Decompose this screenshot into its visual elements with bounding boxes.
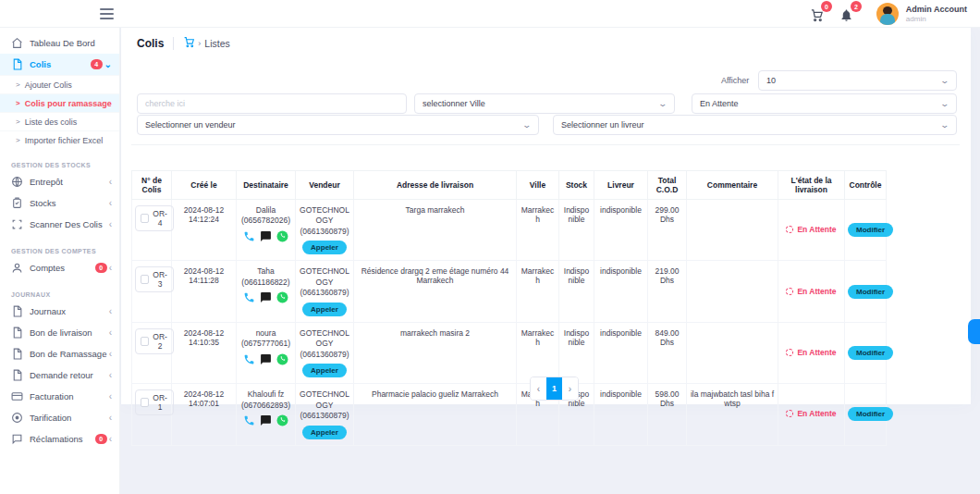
sidebar-item-stocks[interactable]: Stocks ‹: [0, 192, 119, 214]
sidebar-item-journaux[interactable]: Journaux ‹: [0, 301, 119, 322]
etat-value: En Attente: [700, 99, 739, 108]
dest-phone: (0656782026): [239, 216, 292, 226]
call-button[interactable]: Appeler: [302, 303, 347, 316]
call-button[interactable]: Appeler: [302, 426, 347, 439]
floating-action-button[interactable]: [968, 319, 980, 344]
status-badge: En Attente: [797, 409, 836, 418]
sms-icon[interactable]: [260, 414, 272, 426]
breadcrumb: Colis › Listes: [121, 28, 230, 59]
stock-cell: Indisponible: [559, 261, 594, 322]
modify-button[interactable]: Modifier: [848, 346, 893, 360]
row-checkbox[interactable]: [141, 275, 149, 284]
modify-button[interactable]: Modifier: [848, 223, 893, 237]
sidebar-item-facturation[interactable]: Facturation ‹: [0, 386, 119, 407]
whatsapp-icon[interactable]: [276, 414, 288, 426]
package-icon: [11, 58, 23, 70]
whatsapp-icon[interactable]: [276, 353, 288, 365]
avatar[interactable]: [876, 3, 899, 25]
whatsapp-icon[interactable]: [276, 230, 288, 242]
sidebar-item-bon-livraison[interactable]: Bon de livraison ‹: [0, 322, 119, 343]
livreur-cell: indisponible: [594, 322, 648, 383]
sidebar-item-entrepot[interactable]: Entrepôt ‹: [0, 171, 119, 192]
etat-select[interactable]: En Attente ⌄: [692, 93, 957, 114]
chat-icon: [11, 433, 23, 445]
user-meta[interactable]: Admin Account admin: [906, 5, 967, 23]
call-button[interactable]: Appeler: [302, 241, 347, 254]
dest-name: Dalila: [239, 205, 292, 216]
sidebar-item-label: Bon de Ramassage: [30, 349, 107, 359]
ville-select[interactable]: selectionner Ville ⌄: [414, 93, 675, 114]
colis-id-chip: OR-2: [135, 328, 174, 354]
sms-icon[interactable]: [260, 230, 272, 242]
bell-icon: [839, 8, 853, 22]
stock-cell: Indisponible: [559, 200, 594, 261]
sidebar-item-colis[interactable]: Colis 4 ⌄: [0, 54, 119, 75]
livreur-cell: indisponible: [594, 261, 648, 322]
destinataire-cell: noura (0675777061): [237, 322, 296, 383]
chevron-down-icon: ⌄: [940, 99, 950, 108]
sidebar-item-tarification[interactable]: Tarification ‹: [0, 407, 119, 428]
colis-table: N° de Colis Créé le Destinataire Vendeur…: [131, 170, 887, 446]
chevron-left-icon: ‹: [109, 370, 112, 380]
chevron-left-icon: ‹: [109, 263, 112, 273]
pagination-next-button[interactable]: ›: [562, 377, 578, 400]
livreur-select[interactable]: Selectionner un livreur ⌄: [553, 115, 957, 135]
col-header-vendeur: Vendeur: [296, 171, 354, 200]
vendor-name: GOTECHNOLOGY: [299, 389, 350, 411]
livreur-cell: indisponible: [594, 384, 648, 445]
spinner-icon: [786, 226, 793, 233]
file-icon: [11, 327, 23, 339]
comment-cell: [687, 261, 778, 322]
colis-id-chip: OR-4: [135, 205, 174, 231]
row-checkbox[interactable]: [141, 337, 149, 346]
row-checkbox[interactable]: [141, 398, 149, 407]
sidebar-item-label: Colis: [30, 59, 87, 69]
destinataire-cell: Khaloufi fz (0670662893): [237, 384, 296, 445]
file-icon: [11, 348, 23, 360]
sidebar-item-dashboard[interactable]: Tableau De Bord: [0, 32, 119, 54]
phone-icon[interactable]: [243, 414, 255, 426]
search-field[interactable]: [137, 93, 407, 114]
phone-icon[interactable]: [243, 230, 255, 242]
sidebar-item-bon-ramassage[interactable]: Bon de Ramassage ‹: [0, 343, 119, 364]
sidebar-item-ajouter-colis[interactable]: > Ajouter Colis: [0, 75, 119, 93]
sidebar-section-stocks: GESTION DES STOCKS: [0, 149, 119, 171]
spinner-icon: [786, 410, 793, 417]
row-checkbox[interactable]: [141, 214, 149, 223]
chevron-down-icon: ⌄: [940, 120, 950, 130]
phone-icon[interactable]: [243, 291, 255, 303]
vendeur-select[interactable]: Selectionner un vendeur ⌄: [137, 115, 539, 135]
col-header-commentaire: Commentaire: [687, 171, 778, 200]
sms-icon[interactable]: [260, 353, 272, 365]
sidebar-item-comptes[interactable]: Comptes 0 ‹: [0, 257, 119, 278]
notifications-button[interactable]: 2: [839, 6, 856, 22]
total-cell: 219.00 Dhs: [648, 261, 687, 322]
hamburger-menu-icon[interactable]: [100, 8, 114, 19]
phone-icon[interactable]: [243, 353, 255, 365]
sidebar-item-colis-ramassage[interactable]: > Colis pour ramassage: [0, 93, 119, 112]
sms-icon[interactable]: [260, 291, 272, 303]
pagination-page-1[interactable]: 1: [546, 377, 562, 400]
whatsapp-icon[interactable]: [276, 291, 288, 303]
pagination-prev-button[interactable]: ‹: [531, 377, 546, 400]
comment-cell: ila majwbatch tasl biha f wtsp: [687, 384, 778, 445]
afficher-select[interactable]: 10 ⌄: [758, 70, 957, 91]
total-cell: 849.00 Dhs: [648, 322, 687, 383]
sidebar-item-liste-colis[interactable]: > Liste des colis: [0, 112, 119, 130]
sidebar-item-importer-excel[interactable]: > Importer fichier Excel: [0, 130, 119, 149]
sidebar: Tableau De Bord Colis 4 ⌄ > Ajouter Coli…: [0, 28, 120, 494]
sidebar-item-demande-retour[interactable]: Demande retour ‹: [0, 364, 119, 386]
cart-button[interactable]: 0: [810, 6, 827, 22]
call-button[interactable]: Appeler: [302, 364, 347, 377]
chevron-left-icon: ‹: [109, 349, 112, 359]
arrow-right-icon: >: [16, 80, 20, 89]
search-input[interactable]: [145, 99, 398, 108]
sidebar-item-scanner[interactable]: Scanner Des Colis ‹: [0, 214, 119, 235]
modify-button[interactable]: Modifier: [848, 285, 893, 299]
colis-id: OR-1: [153, 393, 168, 412]
col-header-livreur: Livreur: [594, 171, 648, 200]
afficher-value: 10: [766, 76, 776, 85]
modify-button[interactable]: Modifier: [848, 407, 893, 421]
sidebar-item-reclamations[interactable]: Réclamations 0 ‹: [0, 428, 119, 450]
afficher-label: Afficher: [721, 76, 749, 85]
